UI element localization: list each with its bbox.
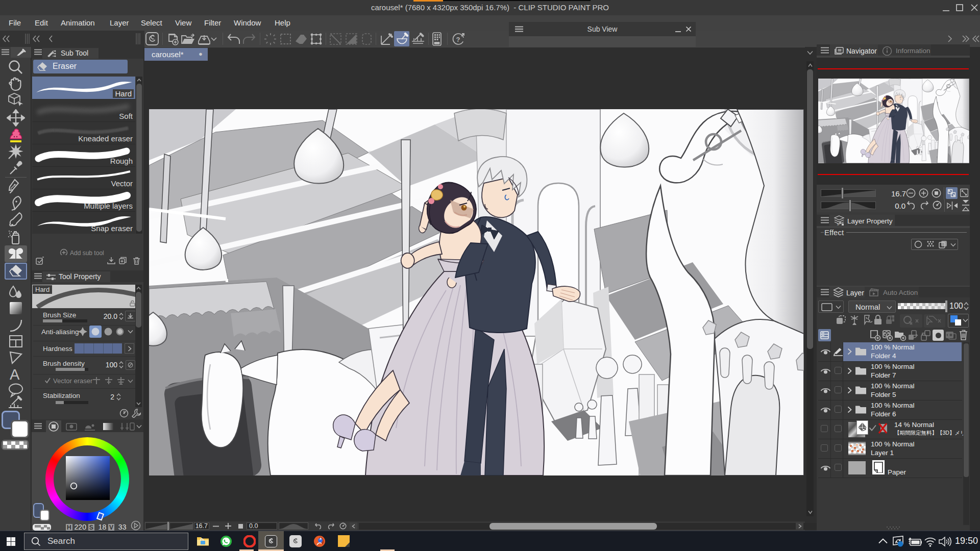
svg-text:x: x — [837, 222, 839, 226]
svg-text:A: A — [10, 366, 20, 382]
svg-text:?: ? — [456, 36, 460, 43]
